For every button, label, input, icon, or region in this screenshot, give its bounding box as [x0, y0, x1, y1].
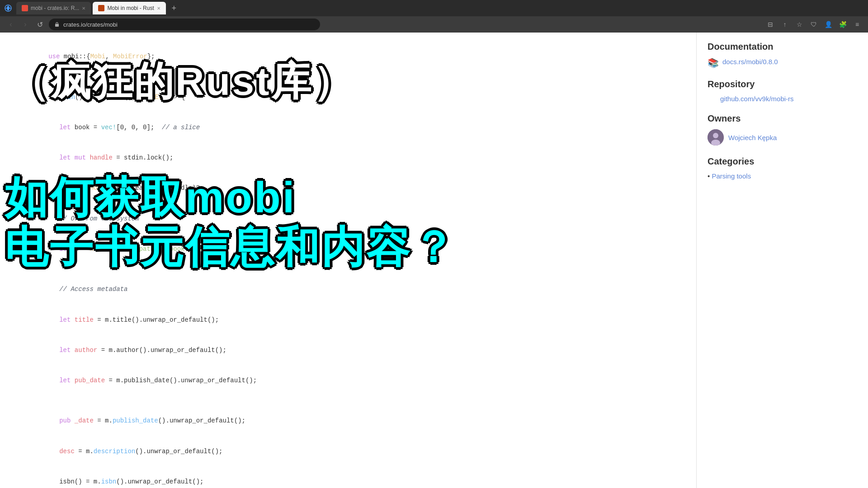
shield-button[interactable]: 🛡 [808, 19, 819, 30]
categories-title: Categories [708, 156, 857, 167]
code-line-comment1: // Or from filesystem [18, 203, 678, 234]
owner-row: Wojciech Kępka [708, 129, 857, 145]
refresh-button[interactable]: ↺ [34, 19, 45, 30]
tab-label-crates: mobi - crates.io: R... [31, 5, 79, 11]
code-line-3: fn main() -> Result<(), MobiError> { [18, 82, 678, 113]
cast-button[interactable]: ⊟ [765, 19, 776, 30]
bookmark-button[interactable]: ☆ [794, 19, 805, 30]
extensions-button[interactable]: 🧩 [837, 19, 848, 30]
page-content: use mobi::{Mobi, MobiError}; fn main() -… [0, 33, 868, 488]
tab-bar: mobi - crates.io: R... ✕ Mobi in mobi - … [0, 0, 868, 16]
tab-add-button[interactable]: + [168, 2, 180, 14]
tab-crates[interactable]: mobi - crates.io: R... ✕ [16, 2, 91, 14]
code-line-5: let m = Mobi::from_read(&mut handle)?; [18, 173, 678, 203]
lock-icon [54, 22, 60, 27]
repo-link[interactable]: github.com/vv9k/mobi-rs [708, 95, 857, 103]
code-line-9a: let pub_date = m.publish_date().unwrap_o… [18, 366, 678, 396]
repository-title: Repository [708, 79, 857, 89]
tab-favicon-mobi [98, 5, 104, 11]
code-line-7: let title = m.title().unwrap_or_default(… [18, 305, 678, 335]
tab-favicon-crates [22, 5, 28, 11]
sidebar: Documentation 📚 docs.rs/mobi/0.8.0 Repos… [696, 33, 868, 488]
browser-icon [4, 4, 13, 13]
address-bar[interactable]: crates.io/crates/mobi [49, 19, 320, 30]
nav-bar: ‹ › ↺ crates.io/crates/mobi ⊟ ↑ ☆ 🛡 👤 🧩 … [0, 16, 868, 33]
back-button[interactable]: ‹ [5, 19, 16, 30]
svg-rect-2 [55, 24, 59, 27]
browser-chrome: mobi - crates.io: R... ✕ Mobi in mobi - … [0, 0, 868, 33]
address-text: crates.io/crates/mobi [63, 21, 118, 28]
code-line-2 [18, 72, 678, 82]
code-block: use mobi::{Mobi, MobiError}; fn main() -… [18, 42, 678, 488]
code-line-1: use mobi::{Mobi, MobiError}; [18, 42, 678, 72]
code-line-4: let book = vec![0, 0, 0]; // a slice [18, 113, 678, 143]
main-content[interactable]: use mobi::{Mobi, MobiError}; fn main() -… [0, 33, 696, 488]
svg-point-4 [713, 133, 718, 138]
tab-label-mobi: Mobi in mobi - Rust [107, 5, 154, 11]
documentation-title: Documentation [708, 42, 857, 52]
category-item-parsing-tools[interactable]: Parsing tools [708, 172, 857, 180]
owners-title: Owners [708, 113, 857, 124]
tab-close-mobi[interactable]: ✕ [157, 6, 160, 11]
code-line-isbn: isbn() = m.isbn().unwrap_or_default(); [18, 466, 678, 488]
code-line-desc: desc = m.description().unwrap_or_default… [18, 436, 678, 466]
nav-actions: ⊟ ↑ ☆ 🛡 👤 🧩 ≡ [765, 19, 863, 30]
owners-section: Owners Wojciech Kępka [708, 113, 857, 145]
repository-section: Repository github.com/vv9k/mobi-rs [708, 79, 857, 103]
tab-close-crates[interactable]: ✕ [82, 6, 85, 11]
code-line-handle: let mut handle = stdin.lock(); [18, 143, 678, 173]
category-link-parsing-tools[interactable]: Parsing tools [712, 172, 751, 180]
code-line-blank2 [18, 396, 678, 406]
docs-link[interactable]: docs.rs/mobi/0.8.0 [722, 58, 778, 66]
menu-button[interactable]: ≡ [852, 19, 863, 30]
owner-name[interactable]: Wojciech Kępka [728, 134, 777, 141]
documentation-section: Documentation 📚 docs.rs/mobi/0.8.0 [708, 42, 857, 68]
tab-mobi[interactable]: Mobi in mobi - Rust ✕ [93, 2, 165, 14]
docs-icon: 📚 [708, 57, 719, 68]
categories-section: Categories Parsing tools [708, 156, 857, 180]
code-line-pub: pub _date = m.publish_date().unwrap_or_d… [18, 406, 678, 436]
owner-avatar [708, 129, 724, 145]
profile-button[interactable]: 👤 [823, 19, 834, 30]
categories-list: Parsing tools [708, 172, 857, 180]
code-line-6: let m = Mobi::open("/path/to/book.mobi")… [18, 234, 678, 264]
share-button[interactable]: ↑ [779, 19, 790, 30]
code-line-comment2: // Access metadata [18, 274, 678, 305]
code-line-8: let author = m.author().unwrap_or_defaul… [18, 335, 678, 365]
forward-button[interactable]: › [20, 19, 31, 30]
code-line-blank1 [18, 264, 678, 274]
